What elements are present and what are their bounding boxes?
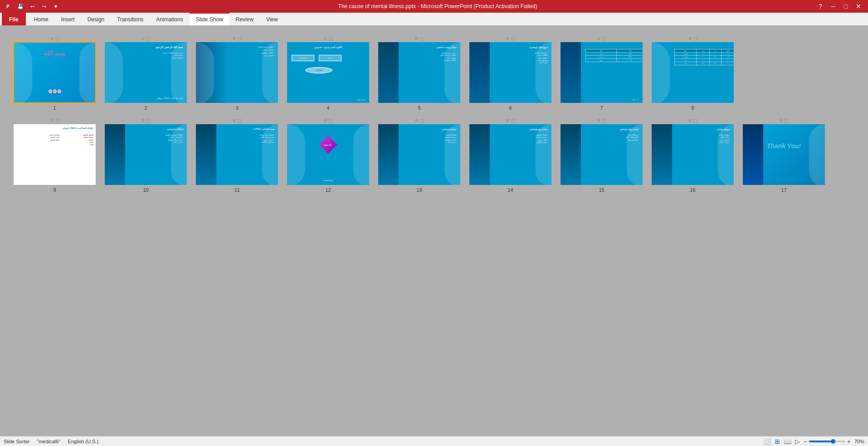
tab-view[interactable]: View [260, 13, 284, 25]
slide-4-thumb[interactable]: الگوی آسیب پذیری - استرس آسیب پذیری استر… [286, 41, 370, 104]
slide-9-thumb[interactable]: عوامل اجتماعی در اختلال ارزیابی فازیابی … [13, 123, 97, 186]
slide-item-15[interactable]: ☆ ⬚ عوامل روان شناختی • درمانگاه روان • … [560, 118, 644, 193]
customize-qat-button[interactable]: ▼ [51, 1, 61, 11]
close-button[interactable]: ✕ [853, 2, 864, 11]
slide-9-star: ☆ [50, 118, 54, 123]
slide-3-thumb[interactable]: • عوامل زیست شناختی • بهداشت روانی • اخت… [195, 41, 279, 104]
slide-sorter-view: ☆ ⬚ بسم الله 🌸🌸🌸 1 ☆ ⬚ [0, 26, 868, 436]
reading-view-button[interactable]: 📖 [784, 438, 791, 445]
zoom-plus-button[interactable]: + [847, 438, 851, 445]
slide-2-layout-icon: ⬚ [146, 36, 151, 41]
slide-item-12[interactable]: ☆ ⬚ زنگ تفریح رویکرد اجتماعی 12 [286, 118, 370, 193]
slide-item-14[interactable]: ☆ ⬚ عوامل روان‌شناختی • عوامل شخصیتی • پ… [468, 118, 552, 193]
slide-13-number: 13 [416, 187, 422, 193]
slide-item-1[interactable]: ☆ ⬚ بسم الله 🌸🌸🌸 1 [13, 36, 97, 111]
slide-5-image [378, 42, 399, 103]
slide-15-layout-icon: ⬚ [602, 118, 606, 123]
slide-1-thumb[interactable]: بسم الله 🌸🌸🌸 [13, 41, 97, 104]
undo-qat-button[interactable]: ↩ [27, 1, 37, 11]
slide-14-thumb[interactable]: عوامل روان‌شناختی • عوامل شخصیتی • پرداز… [468, 123, 552, 186]
slide-item-9[interactable]: ☆ ⬚ عوامل اجتماعی در اختلال ارزیابی فازی… [13, 118, 97, 193]
slide-17-thumb[interactable]: Thank You! [742, 123, 826, 186]
slide-16-body: • رویکرد رفتاری • رفتار انطباقی • شرطی ش… [719, 134, 730, 144]
slide-13-body: • شبکه اجتماعی • فرهنگ اجتماعی • حمایت ا… [445, 134, 457, 144]
slide-14-content: عوامل روان‌شناختی • عوامل شخصیتی • پرداز… [469, 124, 551, 185]
slide-10-content: اختلالات اجتماعی • اختلالات سیستم کلکتیو… [105, 124, 187, 185]
tab-design[interactable]: Design [81, 13, 111, 25]
slide-15-thumb[interactable]: عوامل روان شناختی • درمانگاه روان • مکان… [560, 123, 644, 186]
slide-5-thumb[interactable]: عوامل زیست شناسی • بحث زیست شناسی • اختل… [377, 41, 461, 104]
zoom-slider-thumb[interactable] [831, 439, 835, 444]
slide-7-image [561, 42, 581, 103]
tab-review[interactable]: Review [229, 13, 260, 25]
slide-item-3[interactable]: ☆ ⬚ • عوامل زیست شناختی • بهداشت روانی •… [195, 36, 279, 111]
slide-16-thumb[interactable]: • رویارو رفتاری • رویکرد رفتاری • رفتار … [651, 123, 735, 186]
redo-qat-button[interactable]: ↪ [39, 1, 49, 11]
slide-6-image [469, 42, 490, 103]
slide-3-text: • عوامل زیست شناختی • بهداشت روانی • اخت… [258, 46, 274, 58]
save-qat-button[interactable]: 💾 [15, 1, 25, 11]
quick-access-toolbar: P 💾 ↩ ↪ ▼ [4, 1, 61, 11]
slide-7-table: آماردرصدتعداد شهری۶۵%۱۲۰ روستایی۳۵%۸۰ جم… [585, 49, 643, 62]
slide-5-title: عوامل زیست شناسی [436, 46, 457, 48]
slide-row-2: ☆ ⬚ عوامل اجتماعی در اختلال ارزیابی فازی… [9, 115, 738, 195]
slide-7-thumb[interactable]: آماردرصدتعداد شهری۶۵%۱۲۰ روستایی۳۵%۸۰ جم… [560, 41, 644, 104]
slide-item-13[interactable]: ☆ ⬚ عوامل اجتماعی • شبکه اجتماعی • فرهنگ… [377, 118, 461, 193]
slide-item-16[interactable]: ☆ ⬚ • رویارو رفتاری • رویکرد رفتاری • رف… [651, 118, 735, 193]
zoom-minus-button[interactable]: − [804, 438, 807, 445]
slide-15-star: ☆ [597, 118, 601, 123]
slide-10-body: • اختلالات سیستم کلکتیوی • فاکتورهای اجت… [165, 134, 183, 144]
slide-11-layout-icon: ⬚ [238, 118, 242, 123]
svg-text:P: P [6, 4, 10, 9]
slide-12-diamond-area: زنگ تفریح [317, 133, 340, 156]
slide-2-body: • سبب شناسی اختلالات روانی • علل ارتباطی… [163, 52, 183, 59]
maximize-button[interactable]: □ [840, 2, 852, 11]
slide-item-11[interactable]: ☆ ⬚ سبب شناسی اختلالات • عوامل روان پزشک… [195, 118, 279, 193]
slide-12-thumb[interactable]: زنگ تفریح رویکرد اجتماعی [286, 123, 370, 186]
slide-11-image [196, 124, 216, 185]
slide-8-thumb[interactable]: نوعمردزنجمع اختلال۱۵۲۰۳۵ اضطراب۱۰۲۵۳۵ خل… [651, 41, 735, 104]
slide-2-thumb[interactable]: بسم الله الرحمن الرحیم • سبب شناسی اختلا… [104, 41, 188, 104]
slide-sorter-label[interactable]: Slide Sorter [4, 439, 29, 444]
slide-10-icons: ☆ ⬚ [141, 118, 151, 123]
slide-4-icons: ☆ ⬚ [323, 36, 333, 41]
slide-11-thumb[interactable]: سبب شناسی اختلالات • عوامل روان پزشکی • … [195, 123, 279, 186]
zoom-slider-track[interactable] [809, 441, 845, 442]
minimize-button[interactable]: ─ [827, 2, 839, 11]
slide-13-thumb[interactable]: عوامل اجتماعی • شبکه اجتماعی • فرهنگ اجت… [377, 123, 461, 186]
theme-label: "medical6" [37, 439, 60, 444]
slide-item-17[interactable]: ☆ ⬚ Thank You! 17 [742, 118, 826, 193]
slide-item-8[interactable]: ☆ ⬚ نوعمردزنجمع اختلال۱۵۲۰۳۵ اضطراب۱۰۲۵۳… [651, 36, 735, 111]
slide-2-footer: سبب شناسی اختلالات روانی [157, 97, 183, 99]
slide-9-content: عوامل اجتماعی در اختلال ارزیابی فازیابی … [14, 124, 96, 185]
status-left: Slide Sorter "medical6" English (U.S.) [4, 439, 98, 444]
tab-animations[interactable]: Animations [150, 13, 189, 25]
slide-item-4[interactable]: ☆ ⬚ الگوی آسیب پذیری - استرس آسیب پذیری … [286, 36, 370, 111]
tab-insert[interactable]: Insert [55, 13, 81, 25]
slide-11-number: 11 [234, 187, 239, 193]
slide-8-icons: ☆ ⬚ [688, 36, 697, 41]
slide-9-title: عوامل اجتماعی در اختلال ارزیابی [63, 126, 93, 129]
slide-item-6[interactable]: ☆ ⬚ • روپزشکی (زیستی) • تاریخچه خانوادگی… [468, 36, 552, 111]
slide-1-icons: ☆ ⬚ [50, 36, 59, 41]
slide-item-5[interactable]: ☆ ⬚ عوامل زیست شناسی • بحث زیست شناسی • … [377, 36, 461, 111]
tab-file[interactable]: File [2, 13, 26, 25]
slide-7-content: آماردرصدتعداد شهری۶۵%۱۲۰ روستایی۳۵%۸۰ جم… [561, 42, 643, 103]
slide-sorter-view-button[interactable]: ⊞ [775, 438, 780, 445]
zoom-level-label: 70% [854, 439, 864, 444]
slide-item-7[interactable]: ☆ ⬚ آماردرصدتعداد شهری۶۵%۱۲۰ روستایی۳۵%۸… [560, 36, 644, 111]
slide-item-2[interactable]: ☆ ⬚ بسم الله الرحمن الرحیم • سبب شناسی ا… [104, 36, 188, 111]
tab-slideshow[interactable]: Slide Show [190, 13, 229, 25]
slide-10-thumb[interactable]: اختلالات اجتماعی • اختلالات سیستم کلکتیو… [104, 123, 188, 186]
slide-17-star: ☆ [779, 118, 783, 123]
slide-6-content: • روپزشکی (زیستی) • تاریخچه خانوادگی • ا… [469, 42, 551, 103]
tab-transitions[interactable]: Transitions [111, 13, 150, 25]
slideshow-view-button[interactable]: ▷ [795, 438, 800, 445]
slide-15-number: 15 [599, 187, 604, 193]
slide-6-thumb[interactable]: • روپزشکی (زیستی) • تاریخچه خانوادگی • ا… [468, 41, 552, 104]
tab-home[interactable]: Home [28, 13, 55, 25]
slide-17-icons: ☆ ⬚ [779, 118, 789, 123]
normal-view-button[interactable]: ⬜ [763, 438, 771, 445]
help-button[interactable]: ? [814, 2, 826, 11]
slide-item-10[interactable]: ☆ ⬚ اختلالات اجتماعی • اختلالات سیستم کل… [104, 118, 188, 193]
